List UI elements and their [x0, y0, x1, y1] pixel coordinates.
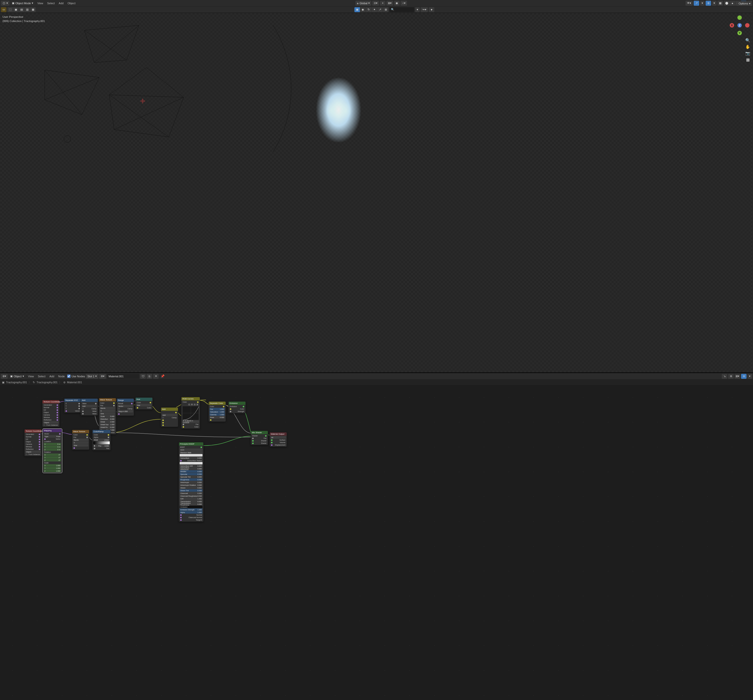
- snap-toggle[interactable]: ⌖: [380, 1, 386, 6]
- bc-mesh[interactable]: Tractography.001: [36, 381, 58, 384]
- node-principled-bsdf[interactable]: Principled BSDF BSDF GGX Random Walk Bas…: [179, 442, 203, 522]
- options-dropdown[interactable]: Options ▾: [737, 1, 752, 6]
- node-math-add-2[interactable]: Add Add ☐ Clamp: [161, 407, 178, 427]
- tool-d[interactable]: ✦: [372, 7, 377, 12]
- ne-menu-add[interactable]: Add: [48, 375, 56, 378]
- node-rgb-curves[interactable]: RGB Curves Color CRGB X: 0.00370 Y: 0.01…: [181, 397, 200, 429]
- ne-editor-type[interactable]: ⊚▾: [1, 374, 8, 379]
- menu-view[interactable]: View: [36, 2, 45, 5]
- ne-tool-a[interactable]: ↘: [722, 374, 727, 379]
- node-editor-header: ⊚▾ ▣ Object ▾ View Select Add Node Use N…: [0, 373, 753, 380]
- material-name-field[interactable]: Material.001: [107, 374, 139, 379]
- menu-select[interactable]: Select: [46, 2, 56, 5]
- ne-type-dropdown[interactable]: ▣ Object ▾: [9, 374, 25, 379]
- node-mix-shader[interactable]: Mix Shader Shader Fac Shader Shader: [251, 431, 268, 445]
- slot-dropdown[interactable]: Slot 1 ▾: [86, 374, 98, 379]
- ne-menu-select[interactable]: Select: [36, 375, 47, 378]
- tool-f[interactable]: ⊞: [383, 7, 388, 12]
- use-nodes-checkbox[interactable]: Use Nodes: [67, 375, 85, 378]
- viewport-toolbar: ▭ ⬚ ▣ ▤ ▥ ▦ ▣ ◉ ↻ ✦ ↗ ⊞ 🔍 ▾ ≔▾ ▼ Options…: [0, 6, 753, 13]
- filter-a[interactable]: ▾: [415, 7, 420, 12]
- node-colorramp[interactable]: ColorRamp Color Alpha RGBLinear ▮Pos0.00…: [92, 430, 111, 450]
- node-wave-texture-1[interactable]: Wave Texture Color Fac Bands X Sine Scal…: [99, 398, 116, 434]
- snap-dropdown[interactable]: ⊞▾: [386, 1, 393, 6]
- ne-overlay-dd[interactable]: ▾: [748, 374, 752, 379]
- material-browse[interactable]: ⊚▾: [99, 374, 106, 379]
- viewport-header: ▾ ▣Object Mode▾ View Select Add Object ⎈…: [0, 0, 753, 6]
- select-difference[interactable]: ▥: [25, 7, 30, 12]
- filter-b[interactable]: ≔▾: [421, 7, 428, 12]
- gizmo-dropdown[interactable]: ▾: [700, 1, 705, 6]
- ne-menu-node[interactable]: Node: [57, 375, 66, 378]
- ne-overlay[interactable]: ⊚: [741, 374, 747, 379]
- brain-render: [316, 78, 361, 142]
- proportional-toggle[interactable]: ◉: [394, 1, 400, 6]
- tool-a[interactable]: ▣: [355, 7, 360, 12]
- node-texcoord-1[interactable]: Texture Coordinate Generated Normal UV O…: [42, 400, 59, 427]
- tool-c[interactable]: ↻: [366, 7, 371, 12]
- node-emission[interactable]: Emission Emission Color Strength: [228, 402, 246, 413]
- viewport-3d[interactable]: User Perspective (899) Collection | Trac…: [0, 13, 753, 372]
- search-icon: 🔍: [391, 8, 394, 11]
- visibility-dropdown[interactable]: 👁▾: [686, 1, 693, 6]
- node-hue[interactable]: Hue Color Hue Color: [135, 397, 153, 409]
- tool-e[interactable]: ↗: [377, 7, 383, 12]
- overlay-toggle[interactable]: ⊚: [706, 1, 711, 6]
- node-math-add-1[interactable]: Add Value Add ☐ Clamp Value Value: [81, 398, 98, 416]
- material-fake-user[interactable]: 🛡: [140, 374, 146, 379]
- material-unlink[interactable]: ✕: [153, 374, 159, 379]
- wireframe-overlay: [0, 13, 753, 372]
- viewport-search[interactable]: 🔍: [389, 7, 414, 12]
- gizmo-toggle[interactable]: ↗: [694, 1, 699, 6]
- node-separate-color[interactable]: Separate Color Color Fac1.000 Saturation…: [208, 402, 226, 422]
- node-mapping[interactable]: Mapping Vector Type:Point Vector Locatio…: [43, 429, 62, 473]
- ne-tool-c[interactable]: ⊞▾: [735, 374, 740, 379]
- material-new[interactable]: ⎘: [147, 374, 152, 379]
- xray-toggle[interactable]: ▦: [717, 1, 723, 6]
- node-breadcrumb: ▣Tractography.001 〉 ↻Tractography.001 〉 …: [0, 380, 753, 385]
- editor-type-dropdown[interactable]: ▾: [1, 1, 9, 6]
- ne-menu-view[interactable]: View: [27, 375, 36, 378]
- node-separate-xyz[interactable]: Separate XYZ X Y Z Vector: [64, 398, 81, 413]
- select-box[interactable]: ⬚: [8, 7, 13, 12]
- filter-funnel[interactable]: ▼: [429, 7, 434, 12]
- bc-material[interactable]: Material.001: [67, 381, 82, 384]
- pivot-dropdown[interactable]: ⊙▾: [372, 1, 379, 6]
- node-material-output[interactable]: Material Output All Surface Volume Displ…: [270, 432, 287, 447]
- pin-icon[interactable]: 📌: [159, 374, 166, 378]
- node-wave-texture-2[interactable]: Wave Texture Color Fac Bands X Sine: [72, 430, 89, 450]
- orientation-dropdown[interactable]: ⎈ Global ▾: [355, 1, 372, 6]
- node-map-range[interactable]: Range Result Vector ☐ Clamp Steps 4.000: [117, 398, 134, 416]
- tool-b[interactable]: ◉: [360, 7, 366, 12]
- menu-object[interactable]: Object: [66, 2, 77, 5]
- svg-point-1: [64, 136, 71, 142]
- node-texcoord-2[interactable]: Texture Coordinate Generated Normal UV O…: [24, 429, 42, 456]
- shading-solid[interactable]: ●: [730, 1, 735, 6]
- mode-dropdown[interactable]: ▣Object Mode▾: [11, 1, 35, 6]
- svg-point-0: [3, 2, 5, 4]
- bc-object[interactable]: Tractography.001: [6, 381, 27, 384]
- overlay-dropdown[interactable]: ▾: [712, 1, 717, 6]
- select-extend[interactable]: ▣: [13, 7, 19, 12]
- select-intersect[interactable]: ▦: [30, 7, 36, 12]
- ne-tool-b[interactable]: ⊚: [728, 374, 734, 379]
- select-subtract[interactable]: ▤: [19, 7, 24, 12]
- shading-wireframe[interactable]: ⬤: [724, 1, 730, 6]
- proportional-dropdown[interactable]: ∩▾: [401, 1, 407, 6]
- menu-add[interactable]: Add: [57, 2, 65, 5]
- node-canvas[interactable]: Texture Coordinate Generated Normal UV O…: [0, 385, 753, 700]
- select-tool[interactable]: ▭: [1, 7, 6, 12]
